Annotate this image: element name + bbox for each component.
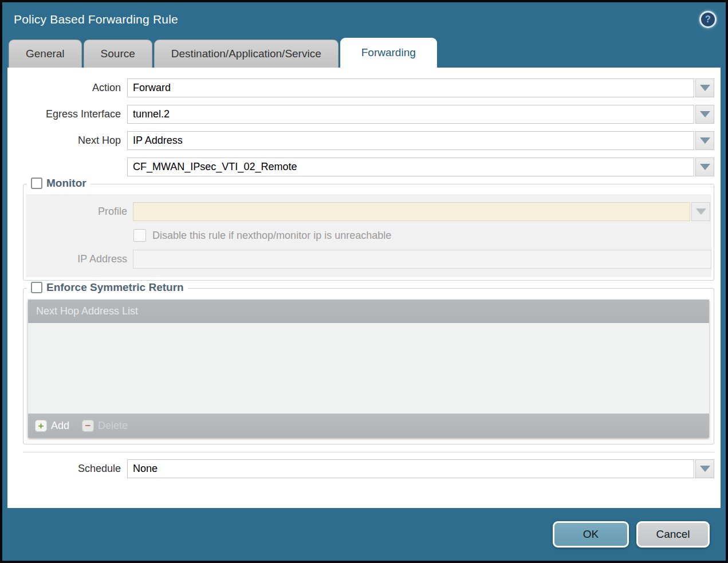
enforce-symmetric-return-legend-label: Enforce Symmetric Return	[46, 281, 184, 294]
next-hop-address-dropdown-button[interactable]	[695, 158, 714, 176]
tab-bar: General Source Destination/Application/S…	[2, 38, 726, 68]
delete-button: − Delete	[82, 420, 128, 432]
tab-forwarding[interactable]: Forwarding	[340, 38, 437, 68]
disable-rule-label: Disable this rule if nexthop/monitor ip …	[152, 230, 391, 242]
action-row: Action Forward	[7, 78, 714, 97]
monitor-ip-address-row: IP Address	[26, 250, 711, 269]
enforce-symmetric-return-legend: Enforce Symmetric Return	[27, 281, 188, 294]
monitor-legend: Monitor	[27, 177, 90, 190]
next-hop-address-list-body	[28, 323, 709, 414]
egress-interface-dropdown-button[interactable]	[695, 105, 714, 124]
schedule-separator	[23, 452, 714, 452]
schedule-dropdown-button[interactable]	[695, 459, 714, 478]
next-hop-label: Next Hop	[7, 135, 127, 147]
dialog-footer: OK Cancel	[2, 508, 726, 561]
monitor-fieldset: Monitor Profile Disable this rule if nex…	[23, 184, 714, 281]
action-label: Action	[7, 82, 127, 94]
monitor-ip-address-label: IP Address	[26, 253, 133, 265]
delete-button-label: Delete	[98, 420, 128, 432]
chevron-down-icon	[700, 164, 710, 170]
monitor-checkbox[interactable]	[31, 178, 42, 189]
chevron-down-icon	[700, 111, 710, 117]
egress-interface-row: Egress Interface tunnel.2	[7, 105, 714, 124]
forwarding-tab-panel: Action Forward Egress Interface tunnel.2…	[7, 68, 721, 508]
add-button[interactable]: + Add	[35, 420, 69, 432]
profile-label: Profile	[26, 206, 133, 218]
monitor-disabled-area: Profile Disable this rule if nexthop/mon…	[26, 194, 711, 277]
tab-destination-application-service[interactable]: Destination/Application/Service	[154, 40, 339, 68]
egress-interface-select[interactable]: tunnel.2	[127, 105, 694, 124]
next-hop-row: Next Hop IP Address	[7, 131, 714, 150]
title-bar: Policy Based Forwarding Rule ?	[2, 2, 726, 38]
tab-general[interactable]: General	[9, 40, 82, 68]
chevron-down-icon	[700, 137, 710, 144]
profile-select	[133, 202, 690, 221]
enforce-symmetric-return-fieldset: Enforce Symmetric Return Next Hop Addres…	[23, 288, 714, 444]
policy-based-forwarding-rule-dialog: Policy Based Forwarding Rule ? General S…	[0, 0, 728, 563]
profile-row: Profile	[26, 202, 711, 221]
page-title: Policy Based Forwarding Rule	[14, 13, 178, 26]
tab-source[interactable]: Source	[84, 40, 152, 68]
disable-rule-checkbox	[133, 229, 146, 242]
profile-dropdown-button	[691, 202, 710, 221]
chevron-down-icon	[696, 208, 706, 215]
schedule-select[interactable]: None	[127, 459, 694, 478]
disable-rule-row: Disable this rule if nexthop/monitor ip …	[26, 229, 711, 242]
monitor-ip-address-input	[133, 250, 711, 269]
cancel-button[interactable]: Cancel	[636, 521, 710, 548]
action-select[interactable]: Forward	[127, 78, 694, 97]
next-hop-type-select[interactable]: IP Address	[127, 131, 694, 150]
chevron-down-icon	[700, 466, 710, 472]
schedule-row: Schedule None	[7, 459, 714, 478]
next-hop-type-dropdown-button[interactable]	[695, 131, 714, 150]
monitor-legend-label: Monitor	[46, 177, 86, 190]
schedule-label: Schedule	[7, 463, 127, 475]
next-hop-address-list-header: Next Hop Address List	[28, 300, 709, 323]
minus-icon: −	[82, 420, 94, 432]
next-hop-address-select[interactable]: CF_MWAN_IPsec_VTI_02_Remote	[127, 158, 694, 176]
egress-interface-label: Egress Interface	[7, 108, 127, 120]
next-hop-address-list-toolbar: + Add − Delete	[28, 414, 709, 438]
action-dropdown-button[interactable]	[695, 78, 714, 97]
enforce-symmetric-return-checkbox[interactable]	[31, 282, 42, 293]
help-icon[interactable]: ?	[699, 11, 717, 28]
next-hop-address-list-table: Next Hop Address List + Add − Delete	[28, 300, 709, 438]
plus-icon: +	[35, 420, 47, 432]
chevron-down-icon	[700, 85, 710, 91]
ok-button[interactable]: OK	[553, 521, 629, 548]
add-button-label: Add	[51, 420, 69, 432]
next-hop-address-row: CF_MWAN_IPsec_VTI_02_Remote	[7, 158, 714, 176]
